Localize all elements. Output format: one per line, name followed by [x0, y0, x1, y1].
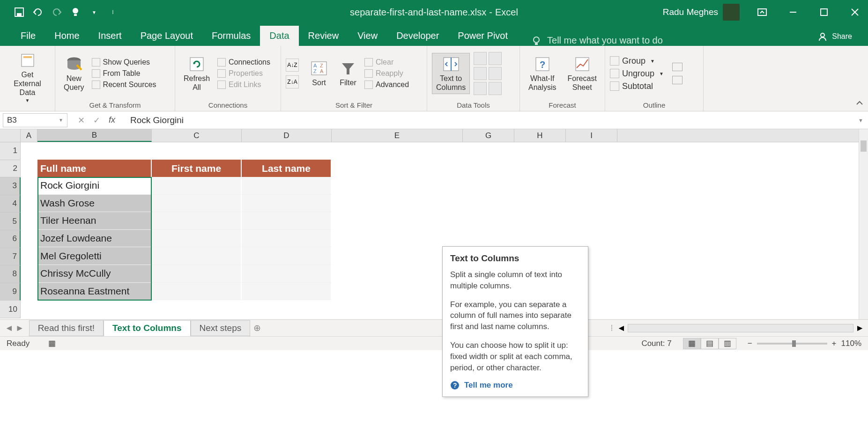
tab-data[interactable]: Data — [260, 26, 298, 46]
filter-button[interactable]: Filter — [335, 58, 361, 89]
zoom-level[interactable]: 110% — [841, 339, 861, 348]
consolidate-icon[interactable] — [489, 52, 502, 65]
recent-sources-button[interactable]: Recent Sources — [92, 81, 156, 89]
collapse-ribbon-icon[interactable] — [854, 98, 865, 109]
expand-formula-icon[interactable]: ▼ — [853, 118, 868, 123]
table-row[interactable]: Wash Grose — [37, 195, 332, 213]
data-validation-icon[interactable] — [474, 82, 487, 95]
cell-fullname[interactable]: Wash Grose — [37, 195, 152, 213]
tab-page-layout[interactable]: Page Layout — [131, 26, 202, 46]
scroll-thumb[interactable] — [861, 140, 867, 152]
tab-split-icon[interactable]: ⁞ — [607, 323, 617, 333]
prev-sheet-icon[interactable]: ◄ — [5, 323, 14, 333]
select-all-corner[interactable] — [0, 129, 21, 142]
cell-fullname[interactable]: Tiler Heenan — [37, 212, 152, 230]
sort-asc-icon[interactable]: A↓Z — [286, 59, 299, 72]
cell-firstname[interactable] — [152, 195, 242, 213]
advanced-button[interactable]: Advanced — [364, 81, 409, 89]
cell-lastname[interactable] — [242, 283, 332, 301]
cell-fullname[interactable]: Mel Gregoletti — [37, 247, 152, 265]
formula-input[interactable]: Rock Giorgini — [126, 115, 853, 125]
manage-data-model-icon[interactable] — [489, 82, 502, 95]
cell-lastname[interactable] — [242, 195, 332, 213]
horizontal-scrollbar[interactable]: ◄ ► — [617, 323, 868, 333]
cell-firstname[interactable] — [152, 177, 242, 195]
reapply-button[interactable]: Reapply — [364, 69, 409, 78]
zoom-slider[interactable] — [757, 343, 827, 345]
tab-file[interactable]: File — [11, 26, 45, 46]
tell-me[interactable] — [531, 35, 678, 46]
forecast-sheet-button[interactable]: Forecast Sheet — [564, 53, 601, 94]
properties-button[interactable]: Properties — [217, 69, 270, 78]
table-row[interactable]: Chrissy McCully — [37, 265, 332, 283]
cell-firstname[interactable] — [152, 212, 242, 230]
col-header-E[interactable]: E — [332, 129, 463, 142]
connections-button[interactable]: Connections — [217, 58, 270, 66]
tab-developer[interactable]: Developer — [387, 26, 448, 46]
table-row[interactable]: Mel Gregoletti — [37, 247, 332, 265]
group-button[interactable]: Group▼ — [610, 56, 664, 66]
scroll-right-icon[interactable]: ► — [855, 323, 864, 333]
row-header-6[interactable]: 6 — [0, 230, 21, 248]
cell-fullname[interactable]: Chrissy McCully — [37, 265, 152, 283]
tab-formulas[interactable]: Formulas — [202, 26, 260, 46]
cell-lastname[interactable] — [242, 265, 332, 283]
row-header-3[interactable]: 3 — [0, 177, 21, 195]
new-query-button[interactable]: New Query — [60, 53, 88, 94]
cancel-formula-icon[interactable]: ✕ — [78, 115, 85, 125]
table-row[interactable]: Jozef Lowdeane — [37, 230, 332, 248]
close-icon[interactable] — [846, 4, 863, 21]
subtotal-button[interactable]: Subtotal — [610, 81, 664, 91]
page-break-view-icon[interactable]: ▥ — [719, 338, 736, 349]
zoom-in-icon[interactable]: + — [832, 339, 837, 348]
refresh-all-button[interactable]: Refresh All — [180, 53, 214, 94]
qat-dropdown-icon[interactable]: ▼ — [89, 7, 99, 17]
user-account[interactable]: Radu Meghes — [663, 4, 740, 21]
undo-icon[interactable] — [33, 7, 43, 17]
lightbulb-icon[interactable] — [70, 7, 81, 17]
text-to-columns-button[interactable]: Text to Columns — [432, 53, 470, 94]
show-detail-icon[interactable] — [672, 63, 683, 71]
col-header-A[interactable]: A — [21, 129, 37, 142]
col-header-I[interactable]: I — [566, 129, 617, 142]
sheet-tab-next-steps[interactable]: Next steps — [191, 320, 251, 336]
row-header-5[interactable]: 5 — [0, 213, 21, 230]
row-header-10[interactable]: 10 — [0, 301, 21, 318]
table-row[interactable]: Tiler Heenan — [37, 212, 332, 230]
minimize-icon[interactable] — [785, 4, 801, 21]
cell-fullname[interactable]: Jozef Lowdeane — [37, 230, 152, 248]
fx-icon[interactable]: fx — [109, 115, 115, 125]
cell-firstname[interactable] — [152, 283, 242, 301]
cell-lastname[interactable] — [242, 212, 332, 230]
col-header-G[interactable]: G — [463, 129, 514, 142]
save-icon[interactable] — [14, 7, 24, 17]
cell-lastname[interactable] — [242, 177, 332, 195]
tell-me-more-link[interactable]: ? Tell me more — [450, 381, 580, 390]
cell-lastname[interactable] — [242, 247, 332, 265]
get-external-data-button[interactable]: Get External Data ▼ — [5, 50, 50, 106]
what-if-analysis-button[interactable]: ? What-If Analysis — [525, 53, 560, 94]
table-row[interactable]: Roseanna Eastment — [37, 283, 332, 301]
redo-icon[interactable] — [52, 7, 62, 17]
share-button[interactable]: Share — [813, 27, 857, 46]
relationships-icon[interactable] — [489, 67, 502, 80]
tab-power-pivot[interactable]: Power Pivot — [448, 26, 517, 46]
tab-review[interactable]: Review — [299, 26, 349, 46]
cell-fullname[interactable]: Roseanna Eastment — [37, 283, 152, 301]
col-header-B[interactable]: B — [37, 129, 152, 142]
sheet-tab-read-this-first-[interactable]: Read this first! — [29, 320, 104, 336]
sort-button[interactable]: AZZA Sort — [306, 58, 332, 89]
col-header-C[interactable]: C — [152, 129, 242, 142]
name-box[interactable]: B3 ▼ — [3, 113, 67, 127]
edit-links-button[interactable]: Edit Links — [217, 81, 270, 89]
row-header-2[interactable]: 2 — [0, 160, 21, 178]
qat-customize-icon[interactable]: ⁞ — [108, 7, 118, 17]
flash-fill-icon[interactable] — [474, 52, 487, 65]
row-header-8[interactable]: 8 — [0, 265, 21, 283]
remove-duplicates-icon[interactable] — [474, 67, 487, 80]
next-sheet-icon[interactable]: ► — [15, 323, 24, 333]
row-header-1[interactable]: 1 — [0, 142, 21, 160]
maximize-icon[interactable] — [816, 4, 832, 21]
tell-me-input[interactable] — [547, 35, 678, 46]
zoom-out-icon[interactable]: − — [748, 339, 752, 348]
